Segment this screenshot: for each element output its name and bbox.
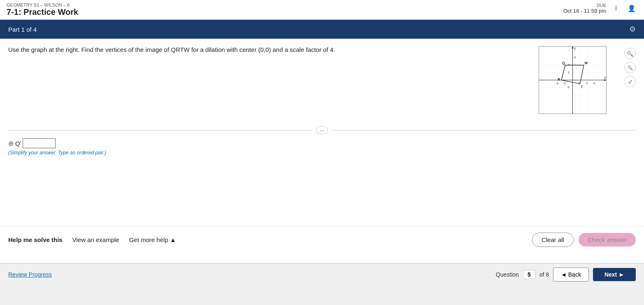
header-right: DUE Oct 18 - 11:59 pm i 👤 <box>563 2 637 14</box>
svg-text:T: T <box>581 85 583 89</box>
answer-label: Q′ <box>15 140 21 147</box>
back-button[interactable]: ◄ Back <box>553 268 589 282</box>
svg-text:2: 2 <box>586 81 588 85</box>
next-button[interactable]: Next ► <box>593 268 636 281</box>
divider-dots: ··· <box>316 126 328 134</box>
svg-text:-2: -2 <box>567 85 570 89</box>
divider-left <box>8 130 312 130</box>
graph-container: x y -4 -2 0 2 4 4 2 -2 6 <box>539 46 621 118</box>
review-progress-button[interactable]: Review Progress <box>8 271 52 278</box>
of-total: of 8 <box>539 271 549 278</box>
answer-area: ⊕ Q′ (Simplify your answer. Type an orde… <box>0 138 644 160</box>
answer-label-row: ⊕ Q′ <box>8 138 636 148</box>
coordinate-graph: x y -4 -2 0 2 4 4 2 -2 6 <box>539 46 607 114</box>
answer-input[interactable] <box>23 138 56 148</box>
check-answer-button[interactable]: Check answer <box>579 233 636 247</box>
bottom-toolbar: Help me solve this View an example Get m… <box>0 226 644 253</box>
svg-text:x: x <box>604 76 606 79</box>
due-date: Oct 18 - 11:59 pm <box>563 8 606 14</box>
question-text: Use the graph at the right. Find the ver… <box>8 46 523 53</box>
footer-nav: Review Progress Question 5 of 8 ◄ Back N… <box>0 263 644 286</box>
svg-text:-4: -4 <box>556 81 558 85</box>
answer-hint: (Simplify your answer. Type an ordered p… <box>8 150 636 156</box>
question-label: Question <box>496 271 519 278</box>
toolbar-right: Clear all Check answer <box>532 233 636 247</box>
move-icon: ⊕ <box>8 140 14 147</box>
zoom-in-icon[interactable]: 🔍 <box>624 48 636 59</box>
svg-text:6: 6 <box>574 56 576 59</box>
divider-row: ··· <box>0 126 644 134</box>
expand-icon[interactable]: ⤢ <box>624 76 636 87</box>
help-me-solve-button[interactable]: Help me solve this <box>8 236 63 243</box>
footer-nav-right: Question 5 of 8 ◄ Back Next ► <box>496 268 636 282</box>
part-banner: Part 1 of 4 ⚙ <box>0 20 644 39</box>
svg-text:Q: Q <box>562 61 565 65</box>
svg-text:W: W <box>584 61 588 65</box>
svg-text:4: 4 <box>568 63 570 67</box>
due-label: DUE <box>563 3 606 8</box>
main-content: Use the graph at the right. Find the ver… <box>0 39 644 286</box>
svg-text:R: R <box>558 78 560 81</box>
settings-icon[interactable]: ⚙ <box>629 25 636 34</box>
zoom-out-icon[interactable]: 🔍 <box>624 62 636 73</box>
part-label: Part 1 of 4 <box>8 26 37 33</box>
question-number: 5 <box>523 270 535 279</box>
view-example-button[interactable]: View an example <box>72 236 119 243</box>
top-header: GEOMETRY S1 – WILSON – 6 7-1: Practice W… <box>0 0 644 20</box>
svg-text:4: 4 <box>593 81 595 85</box>
svg-text:-2: -2 <box>563 81 565 85</box>
clear-all-button[interactable]: Clear all <box>532 233 574 247</box>
header-left: GEOMETRY S1 – WILSON – 6 7-1: Practice W… <box>7 2 78 17</box>
info-icon[interactable]: i <box>610 2 622 14</box>
due-section: DUE Oct 18 - 11:59 pm <box>563 3 606 14</box>
course-name: GEOMETRY S1 – WILSON – 6 <box>7 2 78 7</box>
divider-right <box>332 130 636 130</box>
user-icon[interactable]: 👤 <box>626 2 637 14</box>
question-area: Use the graph at the right. Find the ver… <box>0 39 644 118</box>
get-more-help-button[interactable]: Get more help ▲ <box>129 236 176 243</box>
svg-text:2: 2 <box>568 70 570 74</box>
assignment-title: 7-1: Practice Work <box>7 7 78 17</box>
